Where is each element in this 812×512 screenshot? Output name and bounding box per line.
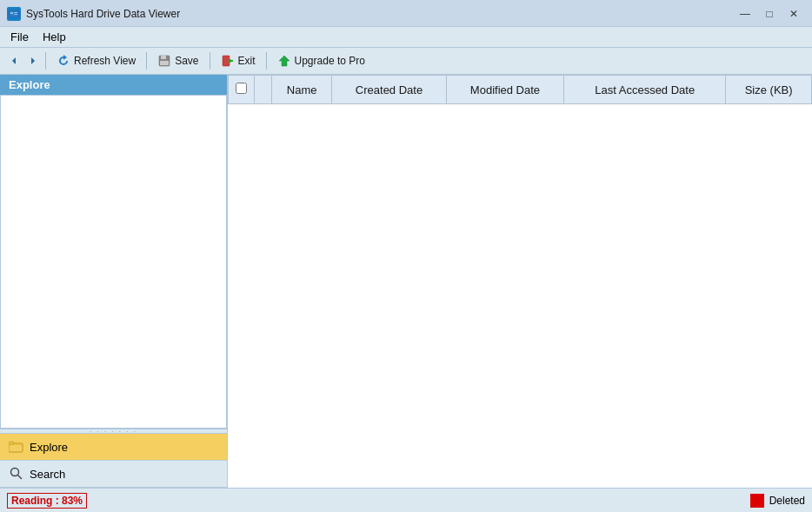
exit-icon [221, 54, 235, 68]
save-icon [157, 54, 171, 68]
status-left: Reading : 83% [7, 493, 87, 509]
search-icon [9, 466, 24, 482]
svg-rect-11 [229, 60, 233, 62]
app-icon [7, 7, 21, 21]
upgrade-icon [277, 54, 291, 68]
col-created-date[interactable]: Created Date [332, 76, 446, 104]
select-all-checkbox[interactable] [236, 83, 247, 94]
toolbar-sep-3 [210, 52, 210, 70]
main-content: Explore · · · · · · · Explore [0, 75, 812, 488]
svg-rect-1 [10, 12, 13, 14]
explore-tab-label: Explore [30, 441, 68, 454]
col-modified-date[interactable]: Modified Date [446, 76, 564, 104]
menu-file[interactable]: File [3, 29, 36, 45]
menu-bar: File Help [0, 26, 812, 48]
svg-rect-8 [160, 61, 169, 65]
status-right: Deleted [750, 494, 805, 508]
refresh-button[interactable]: Refresh View [50, 51, 143, 70]
title-bar: SysTools Hard Drive Data Viewer — □ ✕ [0, 0, 812, 26]
svg-rect-2 [14, 12, 17, 13]
left-panel-tabs: Explore Search [0, 434, 227, 488]
col-indicator [255, 76, 272, 104]
toolbar: Refresh View Save Exit Upgrade to Pro [0, 48, 812, 75]
upgrade-button[interactable]: Upgrade to Pro [270, 51, 372, 70]
toolbar-sep-2 [146, 52, 147, 70]
tab-search[interactable]: Search [0, 461, 227, 488]
tab-explore[interactable]: Explore [0, 434, 227, 461]
nav-prev-button[interactable] [5, 52, 23, 70]
save-button[interactable]: Save [150, 51, 205, 70]
table-header: Name Created Date Modified Date Last Acc… [229, 76, 812, 104]
col-size[interactable]: Size (KB) [726, 76, 812, 104]
window-controls: — □ ✕ [734, 5, 805, 23]
close-button[interactable]: ✕ [782, 5, 805, 23]
window-title: SysTools Hard Drive Data Viewer [26, 8, 180, 20]
minimize-button[interactable]: — [734, 5, 756, 23]
left-panel: Explore · · · · · · · Explore [0, 75, 228, 488]
svg-marker-12 [279, 56, 290, 66]
svg-rect-3 [14, 14, 17, 15]
maximize-button[interactable]: □ [758, 5, 781, 23]
svg-marker-4 [12, 57, 16, 64]
svg-point-17 [11, 469, 19, 476]
file-table[interactable]: Name Created Date Modified Date Last Acc… [228, 75, 812, 488]
right-panel: Name Created Date Modified Date Last Acc… [228, 75, 812, 488]
toolbar-sep-4 [266, 52, 267, 70]
svg-rect-16 [9, 442, 14, 444]
refresh-icon [57, 54, 70, 68]
exit-label: Exit [238, 55, 256, 67]
svg-rect-15 [10, 445, 22, 451]
deleted-color-box [750, 494, 764, 508]
nav-next-button[interactable] [24, 52, 42, 70]
explore-icon [9, 439, 24, 455]
svg-rect-7 [161, 56, 166, 59]
col-name[interactable]: Name [272, 76, 332, 104]
reading-status: Reading : 83% [7, 493, 87, 509]
svg-marker-5 [31, 57, 35, 64]
menu-help[interactable]: Help [36, 29, 73, 45]
refresh-label: Refresh View [74, 55, 136, 67]
svg-line-18 [18, 475, 23, 480]
col-last-accessed-date[interactable]: Last Accessed Date [564, 76, 726, 104]
toolbar-sep-1 [45, 52, 46, 70]
file-tree[interactable] [0, 95, 227, 429]
status-bar: Reading : 83% Deleted [0, 488, 812, 512]
search-tab-label: Search [30, 468, 65, 481]
data-table: Name Created Date Modified Date Last Acc… [228, 75, 812, 104]
svg-rect-9 [223, 56, 230, 66]
deleted-label: Deleted [769, 495, 805, 507]
save-label: Save [175, 55, 198, 67]
upgrade-label: Upgrade to Pro [295, 55, 365, 67]
left-panel-header: Explore [0, 75, 227, 95]
col-checkbox[interactable] [229, 76, 255, 104]
exit-button[interactable]: Exit [214, 51, 263, 70]
